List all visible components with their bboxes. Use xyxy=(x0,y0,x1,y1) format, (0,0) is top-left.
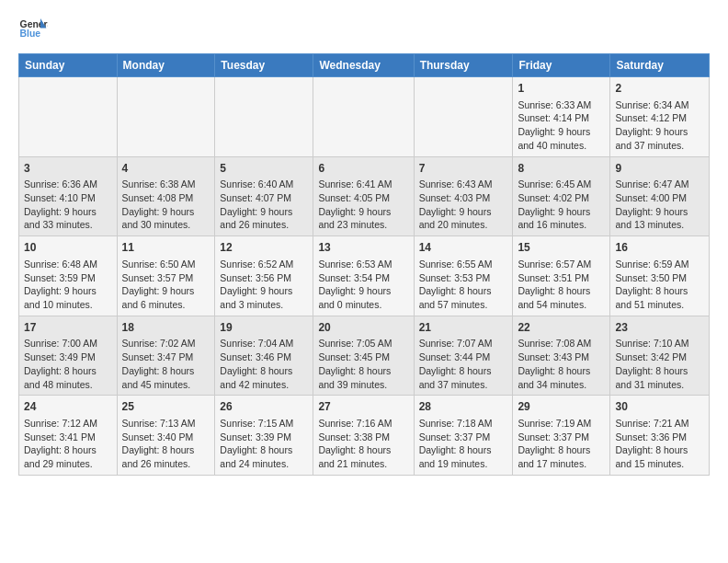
day-number: 27 xyxy=(318,399,408,415)
calendar-day-cell: 9Sunrise: 6:47 AM Sunset: 4:00 PM Daylig… xyxy=(610,156,710,236)
day-number: 17 xyxy=(24,320,112,336)
calendar-day-cell: 28Sunrise: 7:18 AM Sunset: 3:37 PM Dayli… xyxy=(414,396,513,476)
day-number: 29 xyxy=(518,399,605,415)
calendar-day-cell: 17Sunrise: 7:00 AM Sunset: 3:49 PM Dayli… xyxy=(19,316,118,396)
day-detail: Sunrise: 7:07 AM Sunset: 3:44 PM Dayligh… xyxy=(419,337,508,391)
day-number: 24 xyxy=(24,399,112,415)
calendar-day-cell: 12Sunrise: 6:52 AM Sunset: 3:56 PM Dayli… xyxy=(215,236,313,316)
svg-text:Blue: Blue xyxy=(20,29,41,39)
calendar-day-cell: 3Sunrise: 6:36 AM Sunset: 4:10 PM Daylig… xyxy=(19,156,118,236)
day-number: 14 xyxy=(419,240,508,256)
day-number: 22 xyxy=(518,320,605,336)
day-detail: Sunrise: 6:33 AM Sunset: 4:14 PM Dayligh… xyxy=(518,98,605,153)
day-detail: Sunrise: 7:10 AM Sunset: 3:42 PM Dayligh… xyxy=(615,337,704,391)
day-number: 8 xyxy=(518,161,605,177)
calendar-week-5: 24Sunrise: 7:12 AM Sunset: 3:41 PM Dayli… xyxy=(19,396,710,476)
day-detail: Sunrise: 6:45 AM Sunset: 4:02 PM Dayligh… xyxy=(518,178,605,232)
day-number: 19 xyxy=(220,320,308,336)
day-number: 12 xyxy=(220,240,308,256)
weekday-header-row: SundayMondayTuesdayWednesdayThursdayFrid… xyxy=(19,54,710,77)
day-detail: Sunrise: 6:43 AM Sunset: 4:03 PM Dayligh… xyxy=(419,178,508,232)
calendar-day-cell: 19Sunrise: 7:04 AM Sunset: 3:46 PM Dayli… xyxy=(215,316,313,396)
calendar-day-cell: 11Sunrise: 6:50 AM Sunset: 3:57 PM Dayli… xyxy=(117,236,215,316)
calendar-day-cell: 16Sunrise: 6:59 AM Sunset: 3:50 PM Dayli… xyxy=(610,236,710,316)
day-number: 7 xyxy=(419,161,508,177)
calendar-body: 1Sunrise: 6:33 AM Sunset: 4:14 PM Daylig… xyxy=(19,77,710,476)
calendar-day-cell xyxy=(19,77,118,157)
day-number: 1 xyxy=(518,81,605,97)
calendar-table: SundayMondayTuesdayWednesdayThursdayFrid… xyxy=(18,53,710,476)
calendar-day-cell xyxy=(313,77,414,157)
day-detail: Sunrise: 6:41 AM Sunset: 4:05 PM Dayligh… xyxy=(318,178,408,232)
day-number: 13 xyxy=(318,240,408,256)
day-detail: Sunrise: 6:52 AM Sunset: 3:56 PM Dayligh… xyxy=(220,258,308,312)
day-detail: Sunrise: 6:36 AM Sunset: 4:10 PM Dayligh… xyxy=(24,178,112,232)
day-number: 18 xyxy=(122,320,210,336)
day-detail: Sunrise: 7:02 AM Sunset: 3:47 PM Dayligh… xyxy=(122,337,210,391)
day-number: 16 xyxy=(615,240,704,256)
day-detail: Sunrise: 7:21 AM Sunset: 3:36 PM Dayligh… xyxy=(615,417,704,471)
calendar-day-cell: 18Sunrise: 7:02 AM Sunset: 3:47 PM Dayli… xyxy=(117,316,215,396)
weekday-tuesday: Tuesday xyxy=(215,54,313,77)
logo: General Blue xyxy=(18,15,48,44)
calendar-week-2: 3Sunrise: 6:36 AM Sunset: 4:10 PM Daylig… xyxy=(19,156,710,236)
calendar-day-cell xyxy=(215,77,313,157)
day-number: 10 xyxy=(24,240,112,256)
day-detail: Sunrise: 6:47 AM Sunset: 4:00 PM Dayligh… xyxy=(615,178,704,232)
calendar-week-4: 17Sunrise: 7:00 AM Sunset: 3:49 PM Dayli… xyxy=(19,316,710,396)
day-number: 28 xyxy=(419,399,508,415)
day-number: 3 xyxy=(24,161,112,177)
day-detail: Sunrise: 7:08 AM Sunset: 3:43 PM Dayligh… xyxy=(518,337,605,391)
calendar-day-cell: 25Sunrise: 7:13 AM Sunset: 3:40 PM Dayli… xyxy=(117,396,215,476)
day-number: 25 xyxy=(122,399,210,415)
calendar-day-cell: 30Sunrise: 7:21 AM Sunset: 3:36 PM Dayli… xyxy=(610,396,710,476)
day-detail: Sunrise: 7:12 AM Sunset: 3:41 PM Dayligh… xyxy=(24,417,112,471)
calendar-day-cell: 1Sunrise: 6:33 AM Sunset: 4:14 PM Daylig… xyxy=(513,77,610,157)
day-number: 21 xyxy=(419,320,508,336)
calendar-day-cell: 14Sunrise: 6:55 AM Sunset: 3:53 PM Dayli… xyxy=(414,236,513,316)
calendar-day-cell: 6Sunrise: 6:41 AM Sunset: 4:05 PM Daylig… xyxy=(313,156,414,236)
day-number: 11 xyxy=(122,240,210,256)
calendar-day-cell: 8Sunrise: 6:45 AM Sunset: 4:02 PM Daylig… xyxy=(513,156,610,236)
calendar-header: SundayMondayTuesdayWednesdayThursdayFrid… xyxy=(19,54,710,77)
page-header: General Blue xyxy=(18,15,710,44)
logo-icon: General Blue xyxy=(18,15,48,44)
calendar-day-cell xyxy=(117,77,215,157)
day-detail: Sunrise: 7:13 AM Sunset: 3:40 PM Dayligh… xyxy=(122,417,210,471)
day-detail: Sunrise: 6:34 AM Sunset: 4:12 PM Dayligh… xyxy=(615,98,704,153)
day-detail: Sunrise: 7:00 AM Sunset: 3:49 PM Dayligh… xyxy=(24,337,112,391)
calendar-day-cell: 4Sunrise: 6:38 AM Sunset: 4:08 PM Daylig… xyxy=(117,156,215,236)
day-detail: Sunrise: 6:57 AM Sunset: 3:51 PM Dayligh… xyxy=(518,258,605,312)
calendar-day-cell: 29Sunrise: 7:19 AM Sunset: 3:37 PM Dayli… xyxy=(513,396,610,476)
day-detail: Sunrise: 6:55 AM Sunset: 3:53 PM Dayligh… xyxy=(419,258,508,312)
calendar-day-cell: 2Sunrise: 6:34 AM Sunset: 4:12 PM Daylig… xyxy=(610,77,710,157)
day-detail: Sunrise: 6:48 AM Sunset: 3:59 PM Dayligh… xyxy=(24,258,112,312)
calendar-week-3: 10Sunrise: 6:48 AM Sunset: 3:59 PM Dayli… xyxy=(19,236,710,316)
calendar-day-cell: 13Sunrise: 6:53 AM Sunset: 3:54 PM Dayli… xyxy=(313,236,414,316)
day-detail: Sunrise: 7:15 AM Sunset: 3:39 PM Dayligh… xyxy=(220,417,308,471)
day-detail: Sunrise: 6:53 AM Sunset: 3:54 PM Dayligh… xyxy=(318,258,408,312)
calendar-day-cell: 7Sunrise: 6:43 AM Sunset: 4:03 PM Daylig… xyxy=(414,156,513,236)
day-detail: Sunrise: 6:59 AM Sunset: 3:50 PM Dayligh… xyxy=(615,258,704,312)
weekday-saturday: Saturday xyxy=(610,54,710,77)
weekday-monday: Monday xyxy=(117,54,215,77)
calendar-day-cell: 15Sunrise: 6:57 AM Sunset: 3:51 PM Dayli… xyxy=(513,236,610,316)
calendar-day-cell: 10Sunrise: 6:48 AM Sunset: 3:59 PM Dayli… xyxy=(19,236,118,316)
day-number: 30 xyxy=(615,399,704,415)
calendar-day-cell: 20Sunrise: 7:05 AM Sunset: 3:45 PM Dayli… xyxy=(313,316,414,396)
calendar-day-cell: 22Sunrise: 7:08 AM Sunset: 3:43 PM Dayli… xyxy=(513,316,610,396)
weekday-wednesday: Wednesday xyxy=(313,54,414,77)
day-number: 20 xyxy=(318,320,408,336)
day-number: 4 xyxy=(122,161,210,177)
day-number: 2 xyxy=(615,81,704,97)
day-detail: Sunrise: 7:19 AM Sunset: 3:37 PM Dayligh… xyxy=(518,417,605,471)
weekday-thursday: Thursday xyxy=(414,54,513,77)
day-detail: Sunrise: 7:04 AM Sunset: 3:46 PM Dayligh… xyxy=(220,337,308,391)
weekday-friday: Friday xyxy=(513,54,610,77)
calendar-week-1: 1Sunrise: 6:33 AM Sunset: 4:14 PM Daylig… xyxy=(19,77,710,157)
day-detail: Sunrise: 6:40 AM Sunset: 4:07 PM Dayligh… xyxy=(220,178,308,232)
day-number: 26 xyxy=(220,399,308,415)
calendar-day-cell: 5Sunrise: 6:40 AM Sunset: 4:07 PM Daylig… xyxy=(215,156,313,236)
day-detail: Sunrise: 7:18 AM Sunset: 3:37 PM Dayligh… xyxy=(419,417,508,471)
day-detail: Sunrise: 7:05 AM Sunset: 3:45 PM Dayligh… xyxy=(318,337,408,391)
